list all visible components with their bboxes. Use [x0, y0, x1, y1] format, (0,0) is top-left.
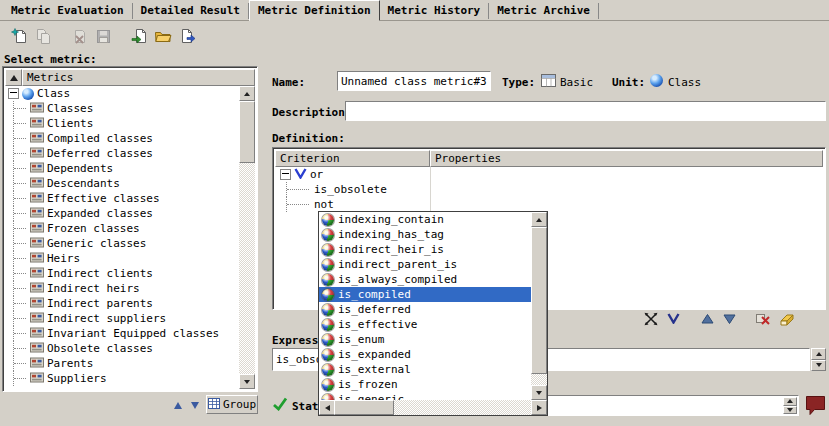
tab-bar: Metric EvaluationDetailed ResultMetric D… — [0, 0, 829, 21]
tree-item-label: Effective classes — [47, 192, 160, 205]
tab-detailed-result[interactable]: Detailed Result — [133, 3, 249, 19]
or-operator-toggle-button[interactable] — [662, 311, 684, 329]
criterion-option-is-effective[interactable]: is_effective — [319, 317, 531, 332]
sort-ascending-button[interactable] — [5, 69, 22, 86]
metric-tree-scrollbar[interactable] — [239, 86, 255, 389]
collapse-icon[interactable] — [8, 88, 19, 99]
open-metric-file-button[interactable] — [152, 25, 174, 47]
tree-item-expanded-classes[interactable]: Expanded classes — [5, 206, 239, 221]
erase-criteria-button[interactable] — [774, 311, 796, 329]
tab-metric-history[interactable]: Metric History — [380, 3, 490, 19]
criterion-option-is-expanded[interactable]: is_expanded — [319, 347, 531, 362]
tree-item-invariant-equipped-classes[interactable]: Invariant Equipped classes — [5, 326, 239, 341]
move-metric-down-button[interactable] — [187, 398, 203, 413]
tree-item-descendants[interactable]: Descendants — [5, 176, 239, 191]
spinner-down-button[interactable] — [811, 360, 826, 372]
criterion-icon — [322, 379, 334, 391]
tree-item-effective-classes[interactable]: Effective classes — [5, 191, 239, 206]
tree-item-compiled-classes[interactable]: Compiled classes — [5, 131, 239, 146]
up-arrow-icon — [174, 402, 182, 409]
tree-item-indirect-clients[interactable]: Indirect clients — [5, 266, 239, 281]
criterion-icon — [322, 304, 334, 316]
tab-metric-archive[interactable]: Metric Archive — [489, 3, 599, 19]
criterion-option-indexing-contain[interactable]: indexing_contain — [319, 212, 531, 227]
delete-criterion-button[interactable] — [752, 311, 774, 329]
move-criterion-down-button[interactable] — [718, 311, 740, 329]
criterion-option-is-deferred[interactable]: is_deferred — [319, 302, 531, 317]
criterion-option-is-frozen[interactable]: is_frozen — [319, 377, 531, 392]
criterion-option-is-generic[interactable]: is_generic — [319, 392, 531, 400]
name-input[interactable] — [338, 72, 490, 90]
metric-icon — [30, 327, 44, 341]
tab-metric-evaluation[interactable]: Metric Evaluation — [3, 3, 133, 19]
tab-metric-definition[interactable]: Metric Definition — [249, 0, 380, 21]
criterion-option-indirect-parent-is[interactable]: indirect_parent_is — [319, 257, 531, 272]
spinner-up-button[interactable] — [811, 348, 826, 360]
criterion-row-is-obsolete[interactable]: is_obsolete — [275, 182, 823, 197]
criterion-option-is-external[interactable]: is_external — [319, 362, 531, 377]
tree-item-parents[interactable]: Parents — [5, 356, 239, 371]
scroll-down-button[interactable] — [239, 374, 255, 389]
tree-item-suppliers[interactable]: Suppliers — [5, 371, 239, 386]
criterion-icon — [322, 319, 334, 331]
save-metric-button[interactable] — [92, 25, 114, 47]
tree-item-heirs[interactable]: Heirs — [5, 251, 239, 266]
dropdown-horizontal-scrollbar[interactable] — [319, 400, 547, 415]
new-metric-button[interactable] — [8, 25, 30, 47]
criterion-icon — [322, 349, 334, 361]
collapse-icon[interactable] — [280, 169, 291, 180]
tree-item-frozen-classes[interactable]: Frozen classes — [5, 221, 239, 236]
dropdown-vertical-scrollbar[interactable] — [531, 212, 547, 400]
scroll-right-button[interactable] — [531, 400, 547, 415]
export-metrics-button[interactable] — [176, 25, 198, 47]
tree-item-indirect-heirs[interactable]: Indirect heirs — [5, 281, 239, 296]
spinner-down-button[interactable] — [783, 406, 797, 415]
tree-item-deferred-classes[interactable]: Deferred classes — [5, 146, 239, 161]
tree-item-indirect-suppliers[interactable]: Indirect suppliers — [5, 311, 239, 326]
criterion-row-not[interactable]: not — [275, 197, 823, 212]
group-button[interactable]: Group — [206, 395, 258, 414]
class-unit-icon — [650, 74, 663, 87]
tree-item-class[interactable]: Class — [5, 86, 239, 101]
metric-icon — [30, 147, 44, 161]
copy-metric-button[interactable] — [32, 25, 54, 47]
scroll-left-button[interactable] — [319, 400, 335, 415]
tree-item-generic-classes[interactable]: Generic classes — [5, 236, 239, 251]
tree-item-dependents[interactable]: Dependents — [5, 161, 239, 176]
criterion-option-is-always-compiled[interactable]: is_always_compiled — [319, 272, 531, 287]
criterion-option-is-compiled[interactable]: is_compiled — [319, 287, 531, 302]
scroll-down-button[interactable] — [531, 385, 547, 400]
tree-item-classes[interactable]: Classes — [5, 101, 239, 116]
scroll-thumb[interactable] — [239, 101, 255, 163]
scroll-up-button[interactable] — [531, 212, 547, 227]
comment-bubble-icon[interactable] — [804, 394, 827, 419]
description-input[interactable] — [346, 102, 825, 120]
spinner-up-button[interactable] — [783, 397, 797, 406]
criterion-column-header[interactable]: Criterion — [275, 150, 430, 167]
metric-tree: ClassClassesClientsCompiled classesDefer… — [5, 86, 239, 389]
tree-item-obsolete-classes[interactable]: Obsolete classes — [5, 341, 239, 356]
criterion-option-indexing-has-tag[interactable]: indexing_has_tag — [319, 227, 531, 242]
scroll-up-button[interactable] — [239, 86, 255, 101]
swap-criteria-button[interactable] — [640, 311, 662, 329]
tree-item-indirect-parents[interactable]: Indirect parents — [5, 296, 239, 311]
criterion-option-is-enum[interactable]: is_enum — [319, 332, 531, 347]
import-metrics-button[interactable] — [128, 25, 150, 47]
move-criterion-up-button[interactable] — [696, 311, 718, 329]
open-metric-file-icon — [154, 28, 172, 44]
properties-column-header[interactable]: Properties — [430, 150, 823, 167]
scroll-thumb[interactable] — [531, 227, 547, 374]
criterion-option-indirect-heir-is[interactable]: indirect_heir_is — [319, 242, 531, 257]
name-label: Name: — [272, 76, 305, 89]
tree-item-clients[interactable]: Clients — [5, 116, 239, 131]
delete-metric-button[interactable] — [68, 25, 90, 47]
basic-type-icon — [541, 74, 556, 90]
criterion-row-or[interactable]: or — [275, 167, 823, 182]
scroll-thumb[interactable] — [334, 400, 394, 415]
metrics-column-header[interactable]: Metrics — [22, 69, 255, 86]
arrow-left-icon — [325, 405, 330, 411]
save-metric-icon — [95, 28, 112, 45]
move-metric-up-button[interactable] — [170, 398, 186, 413]
criterion-option-label: is_compiled — [338, 288, 411, 301]
tree-item-label: Deferred classes — [47, 147, 153, 160]
